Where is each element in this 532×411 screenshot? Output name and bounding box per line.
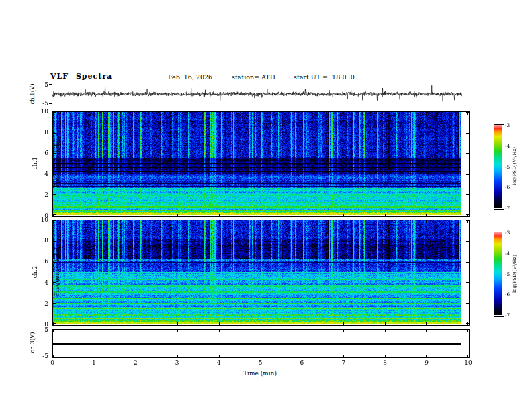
- x-tick-mark: [177, 214, 178, 216]
- x-tick-mark: [426, 322, 427, 325]
- x-tick-mark: [385, 220, 386, 223]
- y-tick-label: 5: [32, 326, 48, 333]
- x-tick-mark: [467, 330, 468, 332]
- x-tick-mark: [219, 355, 220, 357]
- y-tick-label: 8: [32, 129, 48, 136]
- x-tick-label: 10: [461, 359, 475, 366]
- colorbar-tick-label: -6: [505, 291, 517, 298]
- colorbar-tick-label: -4: [505, 143, 517, 150]
- x-tick-mark: [136, 220, 136, 223]
- spectrogram-ch1-panel: [52, 111, 470, 217]
- y-tick-label: 10: [32, 216, 48, 223]
- x-tick-mark: [302, 330, 302, 332]
- y-tick-label: 4: [32, 171, 48, 177]
- x-tick-mark: [136, 214, 136, 216]
- x-tick-mark: [385, 112, 386, 115]
- x-tick-mark: [426, 330, 427, 332]
- y-tick-mark: [53, 323, 56, 324]
- x-tick-mark: [261, 355, 261, 357]
- y-tick-label: 2: [32, 300, 48, 307]
- date-label: Feb. 16, 2026: [168, 73, 212, 81]
- x-tick-mark: [426, 220, 427, 223]
- x-tick-mark: [177, 112, 178, 115]
- spec2-axis-label: ch.2 Frequency (kHz): [17, 232, 32, 312]
- x-tick-mark: [95, 330, 95, 332]
- colorbar-tick-label: -4: [505, 250, 517, 257]
- x-tick-mark: [177, 220, 178, 223]
- y-tick-mark: [466, 262, 469, 263]
- x-tick-mark: [95, 112, 95, 115]
- x-tick-mark: [136, 112, 136, 115]
- colorbar-tick-label: -6: [505, 184, 517, 191]
- colorbar-tick-label: -3: [505, 230, 517, 236]
- y-tick-mark: [53, 220, 56, 221]
- x-tick-mark: [302, 214, 302, 216]
- y-tick-label: -5: [32, 100, 48, 107]
- y-tick-mark: [53, 214, 56, 215]
- x-tick-mark: [343, 322, 344, 325]
- spectrogram-ch2-canvas: [53, 220, 468, 324]
- x-tick-label: 6: [295, 359, 308, 366]
- x-tick-mark: [136, 322, 136, 325]
- colorbar-tick-label: -7: [505, 312, 517, 319]
- x-tick-mark: [219, 322, 220, 325]
- colorbar-ch1: [494, 124, 504, 210]
- y-tick-label: 5: [32, 81, 48, 88]
- x-tick-mark: [385, 355, 386, 357]
- colorbar-tick-label: -3: [505, 122, 517, 129]
- x-tick-label: 5: [254, 359, 267, 366]
- y-tick-mark: [466, 241, 469, 242]
- x-tick-label: 0: [46, 359, 59, 366]
- x-tick-mark: [261, 220, 261, 223]
- station-label: station= ATH: [232, 73, 275, 81]
- x-tick-mark: [95, 220, 95, 223]
- x-tick-mark: [95, 355, 95, 357]
- x-tick-mark: [95, 214, 95, 216]
- y-tick-label: 8: [32, 237, 48, 244]
- x-tick-mark: [302, 355, 302, 357]
- x-tick-mark: [467, 355, 468, 357]
- ch1-waveform-canvas: [52, 84, 468, 104]
- x-tick-mark: [136, 355, 136, 357]
- x-tick-mark: [177, 330, 178, 332]
- y-tick-mark: [466, 282, 469, 283]
- colorbar-tick-label: -7: [505, 205, 517, 212]
- waveform-y-axis: [52, 84, 52, 104]
- ch3-flat-line: [53, 342, 461, 345]
- x-tick-label: 4: [212, 359, 226, 366]
- spectrogram-ch1-canvas: [53, 112, 468, 215]
- x-tick-mark: [177, 322, 178, 325]
- y-tick-mark: [466, 323, 469, 324]
- x-tick-label: 1: [87, 359, 101, 366]
- x-tick-mark: [53, 330, 54, 332]
- x-tick-mark: [219, 214, 220, 216]
- y-tick-mark: [53, 112, 56, 113]
- y-tick-mark: [466, 303, 469, 304]
- x-tick-mark: [343, 214, 344, 216]
- waveform-tick-bottom: [49, 103, 52, 104]
- y-tick-label: 2: [32, 191, 48, 198]
- y-tick-label: 10: [32, 108, 48, 115]
- x-tick-mark: [302, 112, 302, 115]
- y-tick-mark: [466, 153, 469, 154]
- colorbar-tick-label: -5: [505, 271, 517, 278]
- x-tick-mark: [385, 322, 386, 325]
- y-tick-mark: [466, 133, 469, 134]
- figure-title: VLF Spectra: [50, 72, 112, 81]
- y-tick-mark: [466, 214, 469, 215]
- x-tick-mark: [426, 214, 427, 216]
- x-tick-mark: [261, 330, 261, 332]
- y-tick-label: -5: [32, 353, 48, 359]
- spectrogram-ch2-panel: [52, 220, 470, 326]
- colorbar-ch1-canvas: [494, 125, 502, 208]
- ch3-panel: [52, 329, 470, 358]
- x-tick-mark: [261, 112, 261, 115]
- colorbar-ch2: [494, 232, 504, 317]
- y-tick-mark: [466, 174, 469, 175]
- x-tick-mark: [219, 330, 220, 332]
- y-tick-mark: [466, 112, 469, 113]
- vlf-spectra-figure: VLF Spectra Feb. 16, 2026 station= ATH s…: [0, 0, 532, 411]
- x-tick-label: 7: [337, 359, 350, 366]
- y-tick-mark: [466, 194, 469, 195]
- spec1-axis-label: ch.1 Frequency (kHz): [17, 123, 32, 203]
